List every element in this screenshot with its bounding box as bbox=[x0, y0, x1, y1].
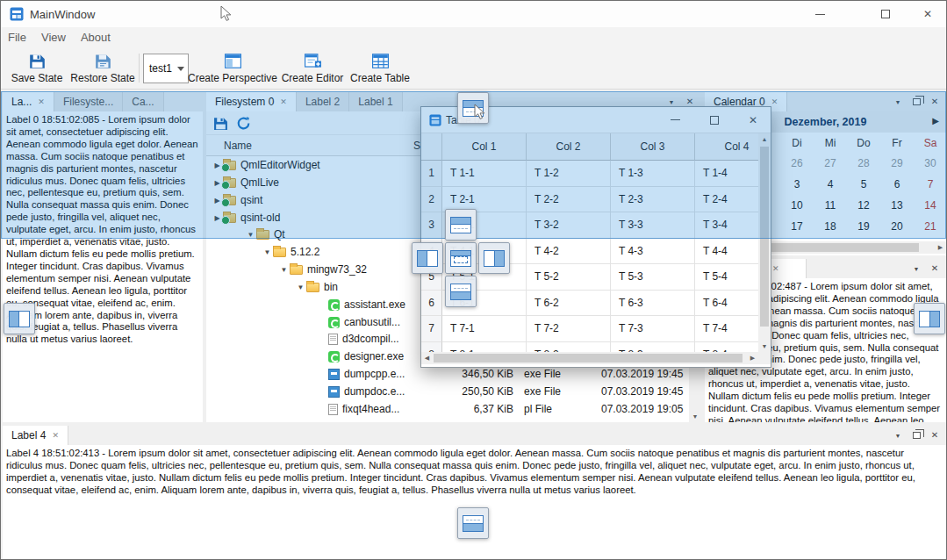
tabs-menu-button[interactable]: ▼ bbox=[909, 262, 923, 276]
collapse-icon[interactable]: ▼ bbox=[295, 284, 306, 291]
tree-item[interactable]: dumpdoc.e...250,50 KiBexe File07.03.2019… bbox=[206, 383, 687, 400]
dock-close-button[interactable]: ✕ bbox=[928, 95, 942, 109]
save-state-button[interactable]: Save State bbox=[6, 49, 68, 87]
restore-state-button[interactable]: Restore State bbox=[69, 49, 136, 87]
collapse-icon[interactable]: ▼ bbox=[278, 266, 290, 274]
column-header[interactable]: Col 3 bbox=[611, 133, 695, 161]
calendar-date[interactable]: 18 bbox=[814, 220, 847, 233]
drop-indicator-area-bottom[interactable] bbox=[445, 276, 477, 307]
scroll-right-arrow[interactable]: ▶ bbox=[935, 241, 946, 254]
collapse-icon[interactable]: ▼ bbox=[262, 248, 273, 256]
dock-close-button[interactable]: ✕ bbox=[928, 262, 942, 276]
table-cell[interactable]: T 7-2 bbox=[527, 316, 611, 342]
table-cell[interactable]: T 8-4 bbox=[695, 342, 759, 353]
menu-file[interactable]: File bbox=[8, 28, 34, 47]
tree-header-name[interactable]: Name bbox=[224, 140, 252, 152]
perspective-combobox[interactable]: test1 bbox=[143, 54, 189, 83]
float-button[interactable] bbox=[909, 428, 923, 442]
row-header[interactable]: 1 bbox=[421, 161, 442, 187]
table-cell[interactable]: T 2-3 bbox=[611, 187, 695, 213]
create-editor-button[interactable]: Create Editor bbox=[278, 49, 347, 87]
calendar-date[interactable]: 29 bbox=[880, 157, 914, 169]
calendar-date[interactable]: 14 bbox=[914, 199, 946, 212]
table-cell[interactable]: T 8-2 bbox=[527, 342, 611, 353]
table-cell[interactable]: T 8-3 bbox=[611, 342, 695, 353]
table-cell[interactable]: T 6-3 bbox=[611, 291, 695, 317]
table-cell[interactable]: T 7-4 bbox=[695, 316, 759, 342]
maximize-button[interactable] bbox=[867, 1, 904, 27]
calendar-date[interactable]: 20 bbox=[880, 220, 914, 233]
create-table-button[interactable]: Create Table bbox=[348, 49, 412, 87]
float-button[interactable] bbox=[909, 95, 923, 109]
float-maximize-button[interactable] bbox=[695, 107, 734, 133]
tree-item[interactable]: fixqt4head...6,37 KiBpl File07.03.2019 1… bbox=[206, 400, 687, 418]
tab-label2[interactable]: Label 2 bbox=[297, 92, 349, 111]
calendar-date[interactable]: 27 bbox=[814, 157, 847, 169]
close-button[interactable]: ✕ bbox=[909, 1, 946, 27]
tab-calendar1[interactable]: Ca... bbox=[123, 92, 163, 111]
tabs-menu-button[interactable]: ▼ bbox=[891, 95, 905, 109]
scroll-up-arrow[interactable]: ▲ bbox=[758, 133, 771, 145]
row-header[interactable]: 6 bbox=[421, 291, 442, 317]
scroll-right-arrow[interactable]: ▶ bbox=[747, 352, 758, 364]
drop-indicator-window-left[interactable] bbox=[4, 303, 35, 334]
table-cell[interactable]: T 3-4 bbox=[695, 212, 759, 239]
tab-filesystem1[interactable]: Filesyste... bbox=[54, 92, 123, 111]
row-header[interactable]: 7 bbox=[421, 316, 442, 342]
drop-indicator-area-right[interactable] bbox=[478, 242, 510, 274]
menu-view[interactable]: View bbox=[41, 28, 74, 47]
row-header[interactable]: 2 bbox=[421, 187, 442, 213]
tab-label4[interactable]: Label 4 ✕ bbox=[3, 426, 68, 445]
calendar-date[interactable]: 30 bbox=[914, 157, 946, 169]
table-cell[interactable]: T 8-1 bbox=[442, 342, 527, 353]
calendar-date[interactable]: 19 bbox=[847, 220, 880, 233]
calendar-date[interactable]: 4 bbox=[814, 178, 847, 190]
column-header[interactable]: Col 2 bbox=[527, 133, 611, 161]
drop-indicator-area-left[interactable] bbox=[412, 242, 443, 274]
tab-label0[interactable]: La... ✕ bbox=[3, 92, 54, 111]
tree-item[interactable]: dumpcpp.e...346,50 KiBexe File07.03.2019… bbox=[206, 365, 687, 383]
float-close-button[interactable]: ✕ bbox=[734, 107, 772, 133]
scrollbar-thumb[interactable] bbox=[760, 147, 769, 327]
table-cell[interactable]: T 2-2 bbox=[527, 187, 611, 213]
calendar-date[interactable]: 5 bbox=[847, 178, 880, 190]
drop-indicator-window-right[interactable] bbox=[914, 303, 945, 334]
calendar-date[interactable]: 11 bbox=[814, 199, 847, 212]
table-cell[interactable]: T 4-3 bbox=[611, 239, 695, 265]
calendar-date[interactable]: 10 bbox=[780, 199, 814, 212]
minimize-button[interactable] bbox=[801, 1, 838, 27]
drop-indicator-window-bottom[interactable] bbox=[457, 507, 489, 539]
title-bar[interactable]: MainWindow ✕ bbox=[1, 1, 946, 27]
scroll-down-arrow[interactable]: ▼ bbox=[689, 411, 701, 422]
column-header[interactable]: Col 4 bbox=[695, 133, 759, 161]
table-cell[interactable]: T 6-2 bbox=[527, 291, 611, 317]
save-icon[interactable] bbox=[213, 116, 228, 131]
drop-indicator-window-top[interactable] bbox=[457, 92, 489, 124]
table-cell[interactable]: T 1-3 bbox=[611, 161, 695, 187]
calendar-date[interactable]: 21 bbox=[914, 220, 946, 233]
scrollbar-thumb[interactable] bbox=[434, 354, 743, 363]
scroll-left-arrow[interactable]: ◀ bbox=[421, 352, 433, 364]
table-cell[interactable]: T 7-3 bbox=[611, 316, 695, 342]
calendar-next-icon[interactable]: ▶ bbox=[932, 116, 939, 126]
column-header[interactable]: Col 1 bbox=[442, 133, 527, 161]
refresh-icon[interactable] bbox=[236, 116, 251, 131]
float-minimize-button[interactable] bbox=[656, 107, 694, 133]
tab-label1[interactable]: Label 1 bbox=[349, 92, 402, 111]
tab-close-icon[interactable]: ✕ bbox=[772, 265, 779, 273]
table-corner[interactable] bbox=[421, 133, 442, 161]
table-cell[interactable]: T 4-4 bbox=[695, 239, 759, 265]
tab-filesystem0[interactable]: Filesystem 0 ✕ bbox=[206, 92, 297, 111]
collapse-icon[interactable]: ▼ bbox=[245, 231, 256, 239]
calendar-date[interactable]: 3 bbox=[780, 178, 814, 190]
table-cell[interactable]: T 5-3 bbox=[611, 264, 695, 291]
tab-close-icon[interactable]: ✕ bbox=[280, 98, 287, 106]
table-cell[interactable]: T 5-2 bbox=[527, 264, 611, 291]
row-header[interactable]: 8 bbox=[421, 342, 442, 353]
table-cell[interactable]: T 3-2 bbox=[527, 212, 611, 239]
table-cell[interactable]: T 4-2 bbox=[527, 239, 611, 265]
table-cell[interactable]: T 5-4 bbox=[695, 264, 759, 291]
drop-indicator-area-top[interactable] bbox=[445, 209, 477, 241]
calendar-date[interactable]: 7 bbox=[914, 178, 946, 190]
calendar-date[interactable]: 28 bbox=[847, 157, 880, 169]
